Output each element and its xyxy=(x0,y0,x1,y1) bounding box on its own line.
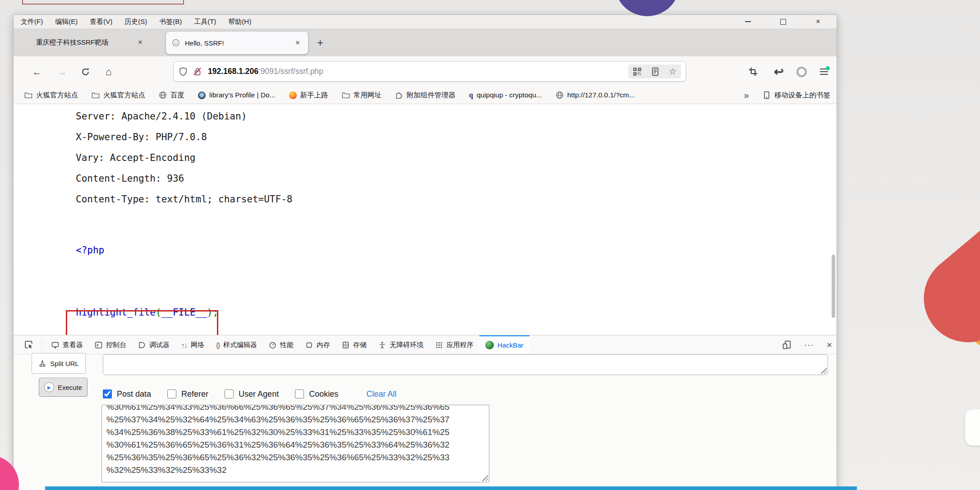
post-data-label: Post data xyxy=(117,389,151,399)
split-url-button[interactable]: Split URL xyxy=(32,353,86,374)
tab-label: 性能 xyxy=(280,341,294,349)
bookmark-addons-manager[interactable]: 附加组件管理器 xyxy=(395,91,456,100)
braces-icon: {} xyxy=(216,341,220,349)
clear-all-link[interactable]: Clear All xyxy=(366,389,396,399)
bookmark-mobile-bookmarks[interactable]: 移动设备上的书签 xyxy=(763,91,830,100)
pick-element-button[interactable] xyxy=(20,335,38,354)
bookmarks-toolbar: 火狐官方站点 火狐官方站点 百度 library's Profile | Do.… xyxy=(14,87,837,104)
menu-tools[interactable]: 工具(T) xyxy=(194,18,216,26)
globe-icon xyxy=(556,91,564,99)
execute-label: Execute xyxy=(58,384,82,391)
bottom-blue-bar-decoration xyxy=(45,486,857,490)
tab-bar: 重庆橙子科技SSRF靶场 × Hello, SSRF! × + xyxy=(14,28,837,56)
urlbar-action-icons: ☆ xyxy=(628,64,681,78)
devtools-tab-accessibility[interactable]: 无障碍环境 xyxy=(373,335,429,354)
post-data-input[interactable]: %30%61%25%34%33%25%36%66%25%36%65%25%37%… xyxy=(102,405,489,482)
referer-checkbox[interactable]: Referer xyxy=(167,389,208,399)
bookmark-library-profile[interactable]: library's Profile | Do... xyxy=(198,91,276,99)
post-data-checkbox[interactable]: Post data xyxy=(103,389,151,399)
desktop: 文件(F) 编辑(E) 查看(V) 历史(S) 书签(B) 工具(T) 帮助(H… xyxy=(0,0,980,490)
shield-icon[interactable] xyxy=(178,67,188,77)
responsive-design-icon[interactable] xyxy=(782,340,791,349)
close-tab-icon[interactable]: × xyxy=(293,37,303,48)
reload-button[interactable] xyxy=(76,63,94,81)
devtools-tab-hackbar[interactable]: HackBar xyxy=(479,335,529,354)
execute-button[interactable]: ▶ Execute xyxy=(39,378,87,397)
referer-checkbox-input[interactable] xyxy=(167,389,176,398)
bookmark-firefox-official-2[interactable]: 火狐官方站点 xyxy=(92,91,145,100)
hackbar-panel: Split URL ▶ Execute Post data Referer xyxy=(14,354,837,490)
forward-button[interactable]: → xyxy=(53,63,71,81)
bookmark-quipqiup[interactable]: q quipqiup - cryptoqu... xyxy=(469,91,542,99)
app-menu-icon[interactable] xyxy=(815,63,833,81)
menu-view[interactable]: 查看(V) xyxy=(90,18,112,26)
hackbar-url-input[interactable] xyxy=(103,357,828,376)
gauge-icon xyxy=(269,341,276,349)
user-agent-checkbox-input[interactable] xyxy=(225,389,234,398)
bookmark-baidu[interactable]: 百度 xyxy=(159,91,184,100)
page-scrollbar[interactable] xyxy=(832,255,835,318)
devtools-tab-console[interactable]: 控制台 xyxy=(89,335,132,354)
back-button[interactable]: ← xyxy=(28,63,46,81)
window-controls: × xyxy=(741,15,825,28)
devtools-tab-application[interactable]: 应用程序 xyxy=(429,335,479,354)
red-annotation-outline-top xyxy=(22,0,184,5)
split-url-label: Split URL xyxy=(50,360,78,367)
qr-code-icon[interactable] xyxy=(633,67,642,76)
screenshot-crop-icon[interactable] xyxy=(744,63,762,81)
devtools-meatball-menu-icon[interactable]: ··· xyxy=(804,340,814,350)
user-agent-checkbox[interactable]: User Agent xyxy=(225,389,279,399)
bookmark-getting-started[interactable]: 新手上路 xyxy=(289,91,328,100)
devtools-tab-style-editor[interactable]: {} 样式编辑器 xyxy=(210,335,263,354)
bookmark-label: 移动设备上的书签 xyxy=(774,91,830,100)
close-window-button[interactable]: × xyxy=(811,16,825,27)
url-bar[interactable]: 192.168.1.206:9091/ssrf/ssrf.php ☆ xyxy=(174,62,686,81)
devtools-toolbar-buttons: ··· × xyxy=(782,335,832,354)
memory-chip-icon xyxy=(305,341,313,349)
url-text[interactable]: 192.168.1.206:9091/ssrf/ssrf.php xyxy=(208,67,323,76)
home-button[interactable]: ⌂ xyxy=(100,63,118,81)
devtools-tab-performance[interactable]: 性能 xyxy=(263,335,299,354)
close-devtools-icon[interactable]: × xyxy=(827,339,832,350)
purple-circle-decoration xyxy=(615,0,680,16)
tab-title: 重庆橙子科技SSRF靶场 xyxy=(36,38,108,47)
insecure-lock-icon[interactable] xyxy=(193,67,202,77)
devtools-tab-inspector[interactable]: 查看器 xyxy=(46,335,89,354)
play-icon: ▶ xyxy=(44,382,54,392)
bookmarks-overflow-chevron[interactable]: » xyxy=(744,90,749,101)
devtools-tab-debugger[interactable]: 调试器 xyxy=(132,335,175,354)
hackbar-url-field-wrap xyxy=(103,354,828,375)
tab-label: 应用程序 xyxy=(446,341,474,349)
menu-help[interactable]: 帮助(H) xyxy=(228,18,251,26)
minimize-button[interactable] xyxy=(741,16,755,27)
devtools-tab-memory[interactable]: 内存 xyxy=(299,335,336,354)
post-data-checkbox-input[interactable] xyxy=(103,389,112,398)
devtools-toolbar: 查看器 控制台 调试器 ↑↓ 网络 {} 样式编辑器 性能 xyxy=(14,335,837,354)
reply-arrow-icon[interactable]: ↩ xyxy=(770,63,788,81)
bookmark-label: quipqiup - cryptoqu... xyxy=(477,91,542,99)
devtools-tab-network[interactable]: ↑↓ 网络 xyxy=(175,335,210,354)
bookmark-star-icon[interactable]: ☆ xyxy=(669,66,676,77)
tab-hello-ssrf[interactable]: Hello, SSRF! × xyxy=(166,32,308,54)
cookies-checkbox[interactable]: Cookies xyxy=(295,389,338,399)
devtools-tab-storage[interactable]: 存储 xyxy=(336,335,373,354)
new-tab-button[interactable]: + xyxy=(312,35,328,51)
post-data-field-wrap: %30%61%25%34%33%25%36%66%25%36%65%25%37%… xyxy=(101,405,489,482)
tab-label: 无障碍环境 xyxy=(390,341,423,349)
bookmark-label: library's Profile | Do... xyxy=(209,91,276,99)
menu-edit[interactable]: 编辑(E) xyxy=(55,18,78,26)
bookmark-common-sites[interactable]: 常用网址 xyxy=(342,91,382,100)
menu-file[interactable]: 文件(F) xyxy=(21,18,43,26)
tab-favicon-icon xyxy=(171,38,180,47)
cookies-checkbox-input[interactable] xyxy=(295,389,304,398)
http-response-headers: Server: Apache/2.4.10 (Debian) X-Powered… xyxy=(76,106,292,210)
bookmark-firefox-official-1[interactable]: 火狐官方站点 xyxy=(24,91,78,100)
menu-history[interactable]: 历史(S) xyxy=(124,18,147,26)
puzzle-piece-icon xyxy=(395,91,403,99)
bookmark-localhost[interactable]: http://127.0.0.1/?cm... xyxy=(556,91,635,99)
tab-ssrf-range[interactable]: 重庆橙子科技SSRF靶场 × xyxy=(36,28,145,56)
close-tab-icon[interactable]: × xyxy=(135,37,145,48)
restore-button[interactable] xyxy=(776,16,790,27)
menu-bookmarks[interactable]: 书签(B) xyxy=(159,18,182,26)
reader-mode-icon[interactable] xyxy=(651,67,660,76)
